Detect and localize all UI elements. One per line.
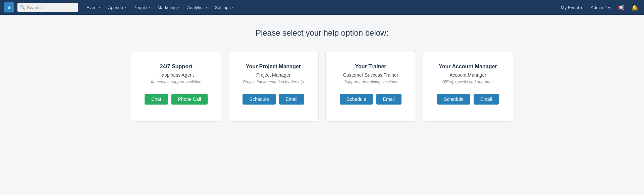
card-title: Your Project Manager (246, 64, 301, 70)
chat-button[interactable]: Chat (145, 94, 168, 105)
nav-item-people[interactable]: People▾ (130, 4, 153, 11)
notification-icon[interactable]: 🔔 (629, 3, 640, 12)
navbar-right-item-admin-2[interactable]: Admin 2 ▾ (588, 4, 613, 11)
logo[interactable]: S (4, 2, 14, 12)
card-buttons: ScheduleEmail (340, 94, 401, 105)
nav-item-settings[interactable]: Settings▾ (212, 4, 237, 11)
support-card-0: 24/7 SupportHappiness AgentImmediate sup… (131, 51, 221, 122)
card-title: Your Account Manager (439, 64, 497, 70)
search-wrapper: 🔍 (17, 3, 78, 12)
card-title: Your Trainer (355, 64, 386, 70)
email-button[interactable]: Email (474, 94, 499, 105)
schedule-button[interactable]: Schedule (437, 94, 470, 105)
support-card-3: Your Account ManagerAccount ManagerBilli… (423, 51, 513, 122)
phone-call-button[interactable]: Phone Call (171, 94, 208, 105)
chevron-down-icon: ▾ (99, 6, 101, 9)
nav-item-agenda[interactable]: Agenda▾ (105, 4, 129, 11)
chevron-down-icon: ▾ (124, 6, 126, 9)
chevron-down-icon: ▾ (580, 5, 583, 10)
card-description: Billing, upsells and upgrades (442, 80, 494, 84)
chevron-down-icon: ▾ (232, 6, 234, 9)
card-buttons: ScheduleEmail (437, 94, 498, 105)
card-subtitle: Happiness Agent (158, 72, 194, 78)
nav-items: Event▾Agenda▾People▾Marketing▾Analytics▾… (83, 4, 557, 11)
nav-item-marketing[interactable]: Marketing▾ (154, 4, 183, 11)
schedule-button[interactable]: Schedule (243, 94, 275, 105)
cards-row: 24/7 SupportHappiness AgentImmediate sup… (87, 51, 557, 122)
card-description: Immediate support available (151, 80, 201, 84)
email-button[interactable]: Email (376, 94, 401, 105)
navbar: S 🔍 Event▾Agenda▾People▾Marketing▾Analyt… (0, 0, 644, 15)
navbar-right: My Event ▾Admin 2 ▾📢 🔔 (558, 3, 640, 12)
email-button[interactable]: Email (279, 94, 304, 105)
schedule-button[interactable]: Schedule (340, 94, 373, 105)
page-heading: Please select your help option below: (256, 28, 388, 38)
main-content: Please select your help option below: 24… (0, 15, 644, 135)
chevron-down-icon: ▾ (149, 6, 150, 9)
card-title: 24/7 Support (160, 64, 193, 70)
navbar-right-item-my-event[interactable]: My Event ▾ (558, 4, 585, 11)
card-subtitle: Account Manager (449, 72, 486, 78)
card-buttons: ChatPhone Call (145, 94, 208, 105)
megaphone-icon[interactable]: 📢 (616, 3, 627, 12)
card-description: Project implementation leadership (243, 80, 304, 84)
chevron-down-icon: ▾ (608, 5, 610, 10)
logo-text: S (7, 5, 10, 10)
card-subtitle: Customer Success Trainer (343, 72, 398, 78)
chevron-down-icon: ▾ (178, 6, 180, 9)
nav-item-analytics[interactable]: Analytics▾ (184, 4, 211, 11)
nav-item-event[interactable]: Event▾ (83, 4, 104, 11)
chevron-down-icon: ▾ (206, 6, 208, 9)
search-input[interactable] (17, 3, 78, 12)
card-subtitle: Project Manager (256, 72, 291, 78)
card-description: Support and training sessions (344, 80, 397, 84)
support-card-1: Your Project ManagerProject ManagerProje… (228, 51, 319, 122)
support-card-2: Your TrainerCustomer Success TrainerSupp… (325, 51, 416, 122)
card-buttons: ScheduleEmail (243, 94, 304, 105)
